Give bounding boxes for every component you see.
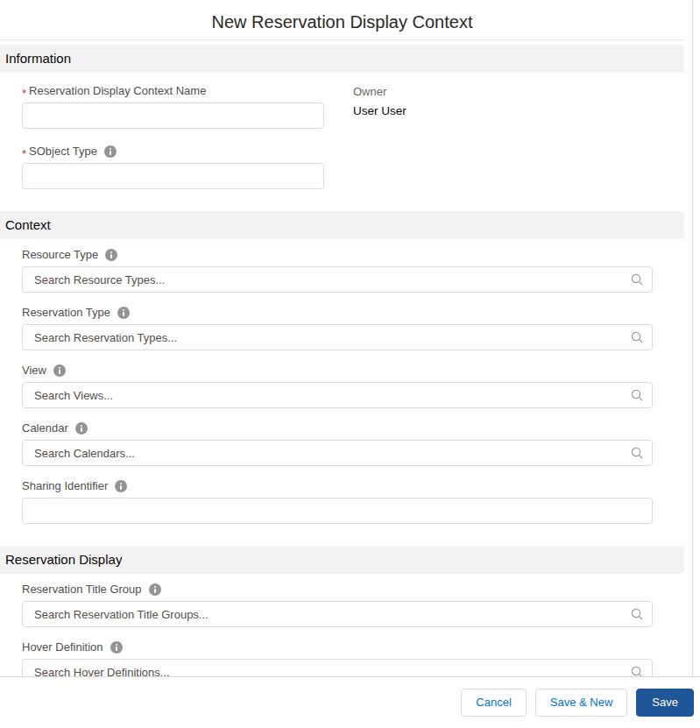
modal-footer: Cancel Save & New Save <box>0 676 700 728</box>
sharing-identifier-label: Sharing Identifier <box>22 479 108 493</box>
reservation-type-label: Reservation Type <box>22 306 110 320</box>
sharing-identifier-input[interactable] <box>22 498 653 524</box>
calendar-label: Calendar <box>22 421 68 435</box>
owner-value: User User <box>353 104 653 117</box>
resource-type-label: Resource Type <box>22 248 98 262</box>
section-header-information: Information <box>0 45 684 73</box>
required-asterisk: * <box>22 87 26 100</box>
calendar-search-input[interactable] <box>22 440 653 466</box>
info-icon[interactable] <box>110 641 123 654</box>
view-search-input[interactable] <box>22 382 653 408</box>
save-button[interactable]: Save <box>636 689 694 717</box>
hover-definition-label: Hover Definition <box>22 640 103 654</box>
info-icon[interactable] <box>105 249 117 261</box>
cancel-button[interactable]: Cancel <box>461 689 526 717</box>
sobject-type-input[interactable] <box>22 163 324 189</box>
reservation-title-group-label: Reservation Title Group <box>22 583 142 597</box>
reservation-type-search-input[interactable] <box>22 324 653 350</box>
info-icon[interactable] <box>149 583 161 596</box>
info-icon[interactable] <box>117 307 130 319</box>
context-name-input[interactable] <box>22 102 324 129</box>
modal-header: New Reservation Display Context <box>0 0 684 40</box>
resource-type-search-input[interactable] <box>22 266 653 293</box>
section-header-context: Context <box>0 211 684 239</box>
info-icon[interactable] <box>115 480 127 492</box>
hover-definition-search-input[interactable] <box>22 659 653 676</box>
info-icon[interactable] <box>75 422 88 435</box>
context-name-label: Reservation Display Context Name <box>29 84 206 98</box>
section-header-reservation-display: Reservation Display <box>0 546 684 574</box>
view-label: View <box>22 364 46 378</box>
modal-body: New Reservation Display Context Informat… <box>0 0 693 676</box>
required-asterisk: * <box>22 147 26 160</box>
sobject-type-label: SObject Type <box>29 145 97 159</box>
reservation-title-group-search-input[interactable] <box>22 601 653 627</box>
save-and-new-button[interactable]: Save & New <box>535 689 628 717</box>
info-icon[interactable] <box>53 364 66 377</box>
owner-label: Owner <box>353 85 653 99</box>
page-title: New Reservation Display Context <box>0 11 684 33</box>
info-icon[interactable] <box>104 145 117 158</box>
